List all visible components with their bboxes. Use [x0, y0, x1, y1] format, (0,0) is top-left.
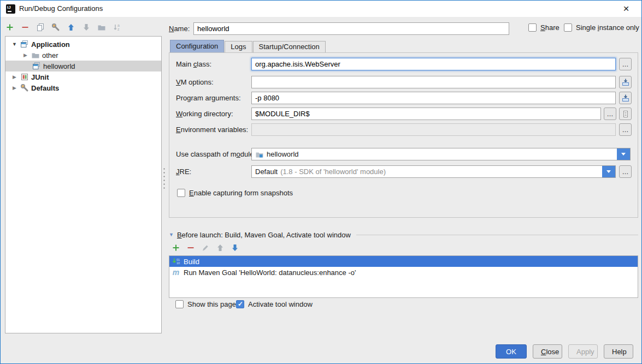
checkbox-box[interactable]	[175, 300, 184, 308]
sort-configurations-button[interactable]: a z	[112, 22, 122, 32]
run-debug-configurations-dialog: IJ Run/Debug Configurations ×	[0, 0, 642, 364]
jre-hint: (1.8 - SDK of 'helloworld' module)	[280, 168, 386, 176]
remove-icon	[186, 243, 195, 252]
tab-logs[interactable]: Logs	[225, 41, 252, 52]
remove-configuration-button[interactable]	[20, 22, 30, 32]
checkbox-box[interactable]	[564, 23, 572, 32]
move-task-down-button[interactable]	[230, 243, 240, 253]
name-label: Name:	[169, 25, 190, 33]
close-button[interactable]: Close	[533, 344, 562, 359]
ellipsis-icon: …	[622, 61, 629, 68]
chevron-right-icon[interactable]: ▶	[11, 74, 18, 80]
main-class-input[interactable]	[251, 58, 616, 70]
task-item-maven-goal[interactable]: m Run Maven Goal 'HelloWorld: datanucleu…	[169, 267, 638, 278]
edit-defaults-button[interactable]	[51, 22, 61, 32]
logo-underscore	[8, 11, 11, 12]
create-folder-button[interactable]	[97, 22, 107, 32]
environment-variables-label: Environment variables:	[176, 126, 248, 134]
sort-alphabetically-icon: a z	[113, 23, 121, 32]
name-input[interactable]	[193, 22, 509, 35]
browse-working-directory-button[interactable]: …	[604, 108, 616, 120]
task-item-build[interactable]: 01 10 Build	[169, 256, 638, 267]
move-task-up-button[interactable]	[215, 243, 225, 253]
move-up-button[interactable]	[66, 22, 76, 32]
tree-item-helloworld[interactable]: helloworld	[5, 61, 161, 71]
edit-pencil-icon	[201, 243, 210, 252]
environment-variables-row: Environment variables: …	[169, 123, 638, 136]
before-launch-header: ▼ Before launch: Build, Maven Goal, Acti…	[169, 230, 638, 239]
vm-options-input[interactable]	[251, 76, 616, 88]
copy-configuration-button[interactable]	[36, 22, 45, 32]
svg-text:a: a	[117, 23, 120, 27]
task-item-label: Run Maven Goal 'HelloWorld: datanucleus:…	[184, 268, 356, 277]
close-icon: ×	[623, 3, 629, 14]
tree-item-label: JUnit	[31, 73, 49, 81]
edit-environment-variables-button[interactable]: …	[619, 123, 632, 136]
add-icon	[172, 243, 180, 252]
checkbox-box[interactable]	[177, 189, 185, 197]
tree-item-defaults[interactable]: ▶ Defaults	[5, 82, 161, 93]
browse-main-class-button[interactable]: …	[619, 58, 632, 70]
classpath-combobox[interactable]: helloworld	[251, 148, 631, 160]
form-snapshots-checkbox[interactable]: Enable capturing form snapshots	[177, 189, 293, 197]
working-directory-label: Working directory:	[176, 110, 233, 118]
chevron-right-icon[interactable]: ▶	[22, 52, 29, 58]
apply-button[interactable]: Apply	[568, 344, 598, 359]
remove-task-button[interactable]	[186, 243, 196, 253]
application-icon	[20, 40, 29, 49]
configurations-tree: ▼ Application ▶ other helloworld ▶	[5, 36, 162, 333]
chevron-down-icon[interactable]: ▼	[169, 232, 174, 237]
vm-options-row: VM options:	[169, 76, 638, 89]
environment-variables-input[interactable]	[251, 123, 616, 136]
task-item-label: Build	[184, 258, 199, 266]
title-bar: IJ Run/Debug Configurations ×	[1, 1, 641, 17]
folder-icon	[31, 51, 40, 59]
single-instance-checkbox[interactable]: Single instance only	[564, 23, 639, 32]
tree-item-junit[interactable]: ▶ JUnit	[5, 71, 161, 82]
ok-button[interactable]: OK	[496, 344, 527, 359]
logo-text: IJ	[7, 5, 11, 10]
window-close-button[interactable]: ×	[615, 1, 637, 17]
tab-startup-connection[interactable]: Startup/Connection	[253, 41, 326, 52]
expand-field-icon	[621, 94, 630, 103]
working-directory-input[interactable]	[251, 108, 601, 120]
browse-jre-button[interactable]: …	[619, 165, 632, 178]
ellipsis-icon: …	[607, 110, 614, 118]
tab-configuration[interactable]: Configuration	[170, 40, 224, 52]
tree-item-application[interactable]: ▼ Application	[5, 39, 161, 50]
macros-button[interactable]	[619, 108, 632, 120]
chevron-right-icon[interactable]: ▶	[11, 85, 18, 91]
add-configuration-button[interactable]	[5, 22, 15, 32]
working-directory-row: Working directory: …	[169, 108, 638, 121]
jre-combobox[interactable]: Default (1.8 - SDK of 'helloworld' modul…	[251, 165, 616, 178]
show-this-page-checkbox[interactable]: Show this page	[175, 300, 236, 308]
wrench-icon	[20, 83, 29, 92]
show-this-page-label: Show this page	[187, 300, 236, 308]
intellij-logo-icon: IJ	[6, 4, 15, 14]
checkbox-box[interactable]	[236, 300, 244, 308]
activate-tool-window-checkbox[interactable]: Activate tool window	[236, 300, 313, 308]
application-icon	[32, 62, 41, 70]
svg-text:z: z	[117, 27, 120, 31]
tree-item-other[interactable]: ▶ other	[5, 50, 161, 61]
chevron-down-icon	[606, 170, 611, 173]
junit-icon	[20, 73, 29, 81]
remove-icon	[21, 23, 30, 32]
jre-dropdown-button[interactable]	[602, 166, 615, 177]
edit-task-button[interactable]	[201, 243, 210, 253]
move-down-button[interactable]	[81, 22, 91, 32]
classpath-dropdown-button[interactable]	[617, 148, 630, 160]
add-task-button[interactable]	[171, 243, 181, 253]
expand-vm-options-button[interactable]	[619, 76, 632, 88]
document-icon	[621, 110, 630, 118]
share-checkbox[interactable]: Share	[528, 23, 559, 32]
program-arguments-input[interactable]	[251, 92, 616, 104]
chevron-down-icon[interactable]: ▼	[11, 41, 18, 47]
classpath-label: Use classpath of module:	[176, 150, 256, 158]
help-button[interactable]: Help	[604, 344, 633, 359]
folder-icon	[97, 23, 106, 32]
expand-program-arguments-button[interactable]	[619, 92, 632, 104]
checkbox-box[interactable]	[528, 23, 537, 32]
splitter-handle[interactable]	[163, 167, 166, 189]
wrench-icon	[51, 23, 60, 32]
